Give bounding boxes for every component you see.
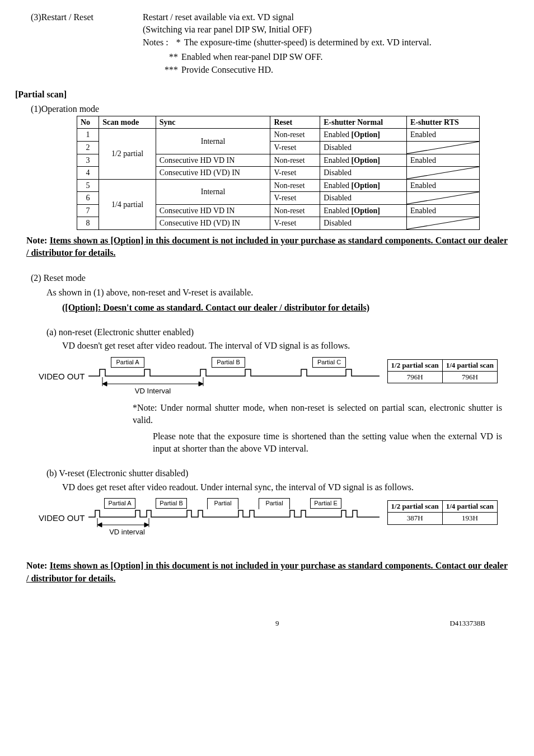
partial-c-box: Partial C	[312, 357, 346, 368]
col-no: No	[77, 116, 99, 129]
note-prefix: Note:	[26, 236, 50, 245]
option-line: ([Option]: Doesn't come as standard. Con…	[62, 302, 519, 314]
table-row: 5 1/4 partial Internal Non-reset Enabled…	[77, 179, 480, 192]
table-row: 387H 193H	[387, 513, 497, 524]
table-row: 1 1/2 partial Internal Non-reset Enabled…	[77, 129, 480, 142]
cell-normal: Disabled	[320, 167, 407, 180]
note-1: * The exposure-time (shutter-speed) is d…	[168, 36, 519, 49]
final-note: Note: Items shown as [Option] in this do…	[26, 560, 508, 585]
video-out-label: VIDEO OUT	[39, 512, 85, 524]
timing-wave-a: Partial A Partial B Partial C VD Interva…	[88, 357, 380, 396]
svg-marker-8	[199, 382, 203, 386]
page-footer: 9 D4133738B	[15, 618, 519, 628]
cell-diag	[407, 167, 480, 180]
cell-normal: Enabled [Option]	[320, 204, 407, 217]
cell-no: 3	[77, 154, 99, 167]
diagram-b: VIDEO OUT Partial A Partial B Partial C …	[39, 498, 519, 537]
partial-a-box: Partial A	[111, 357, 144, 368]
reset-mode-label: (2) Reset mode	[31, 272, 519, 284]
operation-mode-label: (1)Operation mode	[31, 103, 519, 115]
a-label: (a) non-reset (Electronic shutter enable…	[46, 326, 519, 339]
scan-h1: 1/2 partial scan	[387, 501, 442, 513]
table-row: 1/2 partial scan 1/4 partial scan	[387, 359, 497, 371]
svg-line-1	[407, 167, 479, 179]
table-row: No Scan mode Sync Reset E-shutter Normal…	[77, 116, 480, 129]
a-note-2: Please note that the exposure time is sh…	[153, 430, 502, 456]
cell-normal: Disabled	[320, 192, 407, 205]
cell-sync: Internal	[156, 129, 270, 154]
cell-mode: 1/2 partial	[99, 129, 156, 179]
operation-mode-table: No Scan mode Sync Reset E-shutter Normal…	[77, 116, 480, 230]
note-2-stars: **	[158, 51, 181, 63]
cell-diag	[407, 192, 480, 205]
restart-label: (3)Restart / Reset	[31, 11, 143, 49]
vd-interval-a: VD Interval	[122, 386, 184, 396]
partial-d-box: Partial D	[259, 498, 290, 509]
cell-reset: V-reset	[270, 217, 320, 230]
cell-rts: Enabled	[407, 204, 480, 217]
scan-a2: 796H	[442, 372, 497, 383]
cell-reset: V-reset	[270, 141, 320, 154]
cell-reset: Non-reset	[270, 129, 320, 142]
cell-reset: V-reset	[270, 192, 320, 205]
note-1-body: The exposure-time (shutter-speed) is det…	[184, 36, 519, 49]
restart-line2: (Switching via rear panel DIP SW, Initia…	[143, 24, 519, 36]
restart-section: (3)Restart / Reset Restart / reset avail…	[15, 11, 519, 49]
note-body: Items shown as [Option] in this document…	[26, 236, 508, 257]
cell-reset: Non-reset	[270, 179, 320, 192]
a-line: VD doesn't get reset after video readout…	[62, 340, 519, 352]
vd-interval-b: VD interval	[102, 527, 152, 537]
cell-normal: Enabled [Option]	[320, 179, 407, 192]
notes-label: Notes :	[143, 36, 168, 49]
restart-body: Restart / reset available via ext. VD si…	[143, 11, 519, 49]
cell-rts: Enabled	[407, 179, 480, 192]
doc-number: D4133738B	[449, 618, 485, 628]
page-number: 9	[105, 618, 449, 628]
cell-rts: Enabled	[407, 154, 480, 167]
scan-a1: 796H	[387, 372, 442, 383]
cell-no: 4	[77, 167, 99, 180]
note-3-body: Provide Consecutive HD.	[181, 64, 519, 76]
col-sync: Sync	[156, 116, 270, 129]
table-row: 1/2 partial scan 1/4 partial scan	[387, 501, 497, 513]
cell-no: 7	[77, 204, 99, 217]
cell-normal: Disabled	[320, 141, 407, 154]
scan-table-a: 1/2 partial scan 1/4 partial scan 796H 7…	[387, 359, 498, 383]
b-label: (b) V-reset (Electronic shutter disabled…	[46, 467, 519, 480]
scan-h1: 1/2 partial scan	[387, 359, 442, 371]
a-note-1: *Note: Under normal shutter mode, when n…	[133, 402, 502, 427]
col-reset: Reset	[270, 116, 320, 129]
svg-marker-7	[102, 382, 107, 386]
cell-no: 1	[77, 129, 99, 142]
cell-no: 5	[77, 179, 99, 192]
b-line: VD does get reset after video readout. U…	[62, 481, 502, 494]
partial-a-box: Partial A	[104, 498, 135, 509]
final-note-body: Items shown as [Option] in this document…	[26, 561, 508, 583]
note-2-body: Enabled when rear-panel DIP SW OFF.	[181, 51, 519, 63]
note-1-stars: *	[168, 36, 184, 49]
scan-h2: 1/4 partial scan	[442, 501, 497, 513]
table-row: 796H 796H	[387, 372, 497, 383]
cell-diag	[407, 141, 480, 154]
scan-table-b: 1/2 partial scan 1/4 partial scan 387H 1…	[387, 500, 498, 524]
svg-line-0	[407, 142, 479, 154]
cell-mode: 1/4 partial	[99, 179, 156, 229]
cell-sync: Consecutive HD (VD) IN	[156, 217, 270, 230]
partial-c-box: Partial C	[207, 498, 238, 509]
cell-no: 2	[77, 141, 99, 154]
note-3-row: *** Provide Consecutive HD.	[158, 64, 519, 76]
cell-rts: Enabled	[407, 129, 480, 142]
partial-heading: [Partial scan]	[15, 88, 519, 101]
svg-marker-12	[97, 523, 102, 527]
video-out-label: VIDEO OUT	[39, 370, 85, 382]
cell-sync: Consecutive HD (VD) IN	[156, 167, 270, 180]
diagram-a: VIDEO OUT Partial A Partial B Partial C …	[39, 357, 519, 396]
cell-sync: Internal	[156, 179, 270, 204]
note-2-row: ** Enabled when rear-panel DIP SW OFF.	[158, 51, 519, 63]
col-mode: Scan mode	[99, 116, 156, 129]
scan-b2: 193H	[442, 513, 497, 524]
cell-reset: Non-reset	[270, 154, 320, 167]
cell-normal: Enabled [Option]	[320, 154, 407, 167]
partial-b-box: Partial B	[156, 498, 187, 509]
partial-e-box: Partial E	[310, 498, 341, 509]
